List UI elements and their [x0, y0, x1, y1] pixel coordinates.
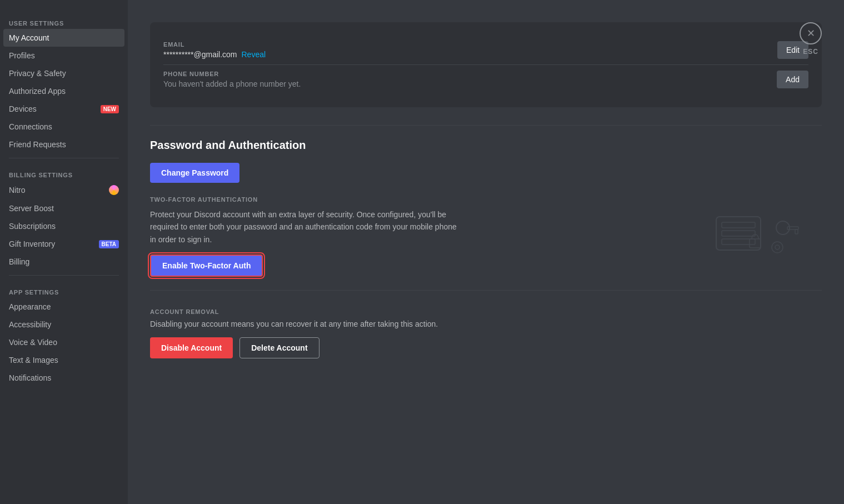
email-value: **********@gmail.com [163, 50, 237, 59]
sidebar-item-label: Gift Inventory [9, 239, 55, 248]
app-settings-label: App Settings [3, 280, 124, 298]
sidebar-item-profiles[interactable]: Profiles [3, 47, 124, 64]
phone-info: PHONE NUMBER You haven't added a phone n… [163, 71, 301, 88]
billing-settings-label: Billing Settings [3, 163, 124, 181]
sidebar-item-notifications[interactable]: Notifications [3, 369, 124, 387]
esc-icon: ✕ [807, 27, 815, 39]
svg-rect-3 [722, 239, 755, 244]
beta-badge: BETA [99, 240, 119, 248]
sidebar-item-label: Connections [9, 122, 52, 131]
svg-rect-1 [722, 222, 755, 228]
sidebar-item-subscriptions[interactable]: Subscriptions [3, 217, 124, 235]
sidebar-item-text-images[interactable]: Text & Images [3, 351, 124, 369]
phone-value: You haven't added a phone number yet. [163, 79, 301, 88]
new-badge: NEW [101, 105, 119, 113]
sidebar-item-label: Accessibility [9, 320, 51, 329]
sidebar-item-label: Voice & Video [9, 338, 57, 347]
svg-point-8 [775, 245, 780, 249]
main-content: EMAIL **********@gmail.com Reveal Edit P… [128, 0, 844, 504]
tfa-illustration [711, 200, 800, 268]
delete-account-button[interactable]: Delete Account [239, 337, 319, 358]
svg-rect-2 [722, 231, 755, 236]
disable-account-button[interactable]: Disable Account [150, 337, 233, 358]
sidebar-item-label: Devices [9, 104, 37, 113]
tfa-description: Protect your Discord account with an ext… [150, 208, 461, 246]
sidebar-item-connections[interactable]: Connections [3, 118, 124, 136]
password-section-title: Password and Authentication [150, 139, 822, 152]
sidebar-item-my-account[interactable]: My Account [3, 29, 124, 47]
sidebar-item-billing[interactable]: Billing [3, 253, 124, 271]
section-divider-1 [150, 125, 822, 126]
sidebar-item-gift-inventory[interactable]: Gift Inventory BETA [3, 235, 124, 253]
esc-label: ESC [803, 48, 818, 56]
sidebar-item-authorized-apps[interactable]: Authorized Apps [3, 82, 124, 100]
sidebar-item-label: Subscriptions [9, 222, 56, 231]
email-label: EMAIL [163, 41, 266, 48]
esc-circle[interactable]: ✕ [800, 22, 822, 44]
nitro-icon [109, 185, 119, 195]
svg-rect-6 [795, 229, 798, 234]
add-phone-button[interactable]: Add [777, 71, 808, 88]
user-settings-label: User Settings [3, 11, 124, 29]
sidebar-item-label: Text & Images [9, 356, 58, 365]
phone-row: PHONE NUMBER You haven't added a phone n… [163, 64, 808, 94]
sidebar-item-label: Authorized Apps [9, 87, 66, 96]
sidebar-item-label: Friend Requests [9, 140, 66, 149]
removal-buttons: Disable Account Delete Account [150, 337, 822, 358]
account-removal-label: ACCOUNT REMOVAL [150, 308, 822, 315]
sidebar-divider-2 [9, 275, 119, 276]
sidebar-item-label: Server Boost [9, 204, 54, 213]
esc-area[interactable]: ✕ ESC [800, 22, 822, 56]
sidebar-item-label: Billing [9, 257, 29, 266]
section-divider-2 [150, 290, 822, 291]
sidebar-item-server-boost[interactable]: Server Boost [3, 199, 124, 217]
svg-point-7 [772, 242, 783, 253]
change-password-button[interactable]: Change Password [150, 163, 239, 183]
sidebar-item-appearance[interactable]: Appearance [3, 298, 124, 316]
email-value-row: **********@gmail.com Reveal [163, 50, 266, 59]
sidebar-item-voice-video[interactable]: Voice & Video [3, 333, 124, 351]
sidebar-item-friend-requests[interactable]: Friend Requests [3, 136, 124, 153]
sidebar-item-label: Nitro [9, 186, 26, 194]
sidebar: User Settings My Account Profiles Privac… [0, 0, 128, 504]
sidebar-item-label: Appearance [9, 302, 51, 311]
account-removal-desc: Disabling your account means you can rec… [150, 320, 822, 328]
account-info-card: EMAIL **********@gmail.com Reveal Edit P… [150, 22, 822, 107]
account-removal-section: ACCOUNT REMOVAL Disabling your account m… [150, 308, 822, 358]
sidebar-item-accessibility[interactable]: Accessibility [3, 316, 124, 333]
email-info: EMAIL **********@gmail.com Reveal [163, 41, 266, 59]
sidebar-item-label: Notifications [9, 373, 51, 382]
sidebar-item-label: Profiles [9, 51, 35, 60]
sidebar-item-label: My Account [9, 33, 49, 42]
svg-rect-0 [716, 217, 761, 250]
enable-tfa-button[interactable]: Enable Two-Factor Auth [150, 255, 263, 277]
sidebar-item-nitro[interactable]: Nitro [3, 181, 124, 199]
sidebar-divider-1 [9, 158, 119, 158]
sidebar-item-devices[interactable]: Devices NEW [3, 100, 124, 118]
phone-label: PHONE NUMBER [163, 71, 301, 77]
sidebar-item-label: Privacy & Safety [9, 69, 66, 78]
email-row: EMAIL **********@gmail.com Reveal Edit [163, 36, 808, 64]
sidebar-item-privacy-safety[interactable]: Privacy & Safety [3, 64, 124, 82]
reveal-link[interactable]: Reveal [242, 50, 266, 59]
